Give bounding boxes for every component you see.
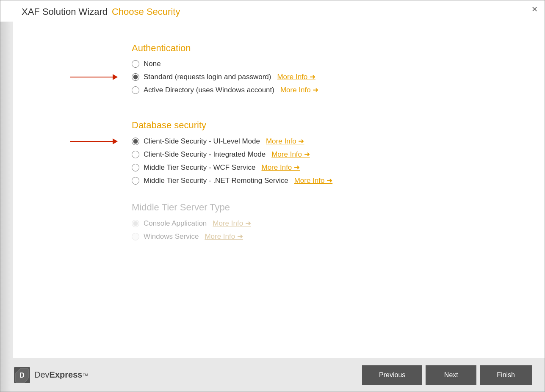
mt-windows-radio (132, 233, 139, 240)
auth-arrow (70, 74, 118, 80)
footer: D DevExpress™ Previous Next Finish (0, 358, 545, 392)
finish-button[interactable]: Finish (480, 365, 532, 385)
db-middle-wcf-item: Middle Tier Security - WCF Service More … (132, 163, 523, 172)
close-button[interactable]: ✕ (531, 5, 538, 14)
previous-button[interactable]: Previous (362, 365, 422, 385)
auth-none-radio[interactable] (132, 60, 139, 68)
wizard-window: XAF Solution Wizard Choose Security ✕ Au… (0, 0, 545, 392)
db-client-ui-label: Client-Side Security - UI-Level Mode (144, 137, 260, 146)
db-middle-net-item: Middle Tier Security - .NET Remoting Ser… (132, 176, 523, 185)
footer-buttons: Previous Next Finish (362, 365, 532, 385)
db-middle-net-radio[interactable] (132, 177, 139, 185)
arrow-head (113, 74, 118, 80)
title-wizard: XAF Solution Wizard (22, 6, 108, 17)
auth-standard-item: Standard (requests login and password) M… (132, 72, 523, 81)
arrow-head-db (113, 138, 118, 144)
mt-console-radio (132, 220, 139, 227)
db-client-integrated-label: Client-Side Security - Integrated Mode (144, 150, 266, 159)
db-middle-net-label: Middle Tier Security - .NET Remoting Ser… (144, 177, 288, 185)
middle-tier-section: Middle Tier Server Type Console Applicat… (132, 202, 523, 245)
middle-tier-title: Middle Tier Server Type (132, 202, 523, 213)
mt-console-more-info: More Info ➜ (213, 219, 251, 228)
title-bar: XAF Solution Wizard Choose Security ✕ (0, 0, 545, 22)
mt-windows-more-info: More Info ➜ (205, 232, 243, 241)
db-client-integrated-more-info[interactable]: More Info ➜ (271, 150, 310, 159)
database-security-options: Client-Side Security - UI-Level Mode Mor… (132, 137, 523, 185)
sidebar-decoration (0, 0, 11, 392)
authentication-title: Authentication (132, 43, 523, 54)
title-page: Choose Security (112, 6, 180, 17)
next-button[interactable]: Next (426, 365, 476, 385)
mt-windows-label: Windows Service (144, 232, 199, 241)
left-sidebar (0, 0, 13, 392)
db-client-ui-more-info[interactable]: More Info ➜ (266, 137, 304, 146)
mt-windows-item: Windows Service More Info ➜ (132, 232, 523, 241)
devexpress-logo-icon: D (13, 366, 31, 384)
mt-console-item: Console Application More Info ➜ (132, 219, 523, 228)
db-client-integrated-radio[interactable] (132, 151, 139, 158)
arrow-line-db (70, 141, 113, 142)
db-middle-net-more-info[interactable]: More Info ➜ (294, 176, 333, 185)
auth-active-radio[interactable] (132, 86, 139, 94)
auth-standard-more-info[interactable]: More Info ➜ (277, 72, 315, 81)
middle-tier-options: Console Application More Info ➜ Windows … (132, 219, 523, 241)
db-client-integrated-item: Client-Side Security - Integrated Mode M… (132, 150, 523, 159)
main-content: Authentication None Standard (requests l… (0, 22, 545, 358)
authentication-options: None Standard (requests login and passwo… (132, 60, 523, 94)
auth-active-label: Active Directory (uses Windows account) (144, 86, 274, 94)
express-text: Express (50, 370, 83, 379)
dev-text: Dev (34, 370, 50, 379)
db-client-ui-item: Client-Side Security - UI-Level Mode Mor… (132, 137, 523, 146)
db-arrow (70, 138, 118, 144)
devexpress-text: DevExpress™ (34, 370, 88, 380)
auth-none-label: None (144, 60, 161, 68)
db-middle-wcf-more-info[interactable]: More Info ➜ (262, 163, 300, 172)
database-security-section: Database security Client-Side Security -… (132, 111, 523, 189)
auth-active-more-info[interactable]: More Info ➜ (280, 86, 319, 94)
auth-standard-label: Standard (requests login and password) (144, 73, 271, 81)
auth-none-item: None (132, 60, 523, 68)
db-middle-wcf-label: Middle Tier Security - WCF Service (144, 163, 256, 172)
trademark-text: ™ (82, 372, 88, 379)
auth-active-directory-item: Active Directory (uses Windows account) … (132, 86, 523, 94)
auth-standard-radio[interactable] (132, 73, 139, 81)
devexpress-logo: D DevExpress™ (13, 366, 88, 384)
db-client-ui-radio[interactable] (132, 138, 139, 145)
db-middle-wcf-radio[interactable] (132, 164, 139, 171)
svg-text:D: D (19, 372, 25, 379)
arrow-line (70, 77, 113, 77)
database-security-title: Database security (132, 120, 523, 131)
mt-console-label: Console Application (144, 219, 207, 228)
authentication-section: Authentication None Standard (requests l… (132, 34, 523, 99)
